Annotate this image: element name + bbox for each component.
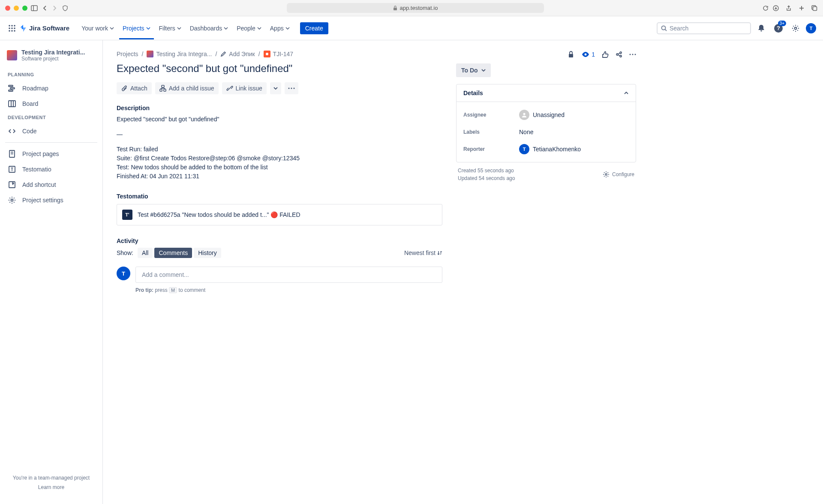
create-button[interactable]: Create (300, 22, 328, 34)
help-icon[interactable]: ? 3+ (772, 21, 785, 35)
chevron-down-icon (257, 27, 261, 30)
breadcrumb-issue[interactable]: TJI-147 (264, 51, 293, 57)
pages-icon (8, 150, 16, 158)
breadcrumb-sep: / (215, 51, 217, 57)
link-button[interactable]: Link issue (222, 82, 267, 94)
svg-rect-22 (9, 85, 13, 87)
like-button[interactable] (602, 51, 609, 58)
share-button[interactable] (616, 51, 622, 58)
description-text[interactable]: Expected "second" but got "undefined" — … (117, 115, 442, 181)
created-text: Created 55 seconds ago (458, 168, 515, 174)
settings-icon[interactable] (789, 21, 802, 35)
sidebar-item-project-settings[interactable]: Project settings (3, 192, 99, 208)
app-switcher-icon[interactable] (7, 23, 17, 33)
more-button[interactable] (629, 54, 636, 55)
chevron-down-icon (481, 69, 486, 72)
breadcrumb-epic[interactable]: Add Эпик (220, 51, 255, 57)
watchers-button[interactable]: 1 (581, 51, 595, 58)
new-tab-icon[interactable] (798, 5, 805, 12)
sidebar: Testing Jira Integrati... Software proje… (0, 40, 103, 504)
svg-point-54 (620, 52, 622, 54)
link-dropdown-button[interactable] (270, 82, 281, 94)
lock-button[interactable] (568, 51, 574, 58)
detail-assignee[interactable]: Assignee Unassigned (457, 105, 636, 124)
add-child-button[interactable]: Add a child issue (155, 82, 219, 94)
nav-projects[interactable]: Projects (119, 17, 154, 39)
svg-point-21 (795, 27, 797, 29)
sidebar-item-add-shortcut[interactable]: Add shortcut (3, 177, 99, 192)
nav-people[interactable]: People (233, 22, 265, 34)
svg-point-53 (616, 54, 618, 55)
sidebar-label: Board (22, 100, 38, 107)
learn-more-link[interactable]: Learn more (9, 484, 94, 490)
breadcrumb-projects[interactable]: Projects (117, 51, 138, 57)
nav-your-work[interactable]: Your work (78, 22, 117, 34)
status-dropdown[interactable]: To Do (456, 63, 491, 77)
sort-button[interactable]: Newest first (404, 249, 442, 256)
forward-icon[interactable] (51, 5, 58, 12)
jira-top-nav: Jira Software Your work Projects Filters… (0, 16, 823, 40)
jira-logo[interactable]: Jira Software (19, 24, 69, 33)
svg-point-12 (11, 27, 13, 29)
breadcrumb-sep: / (258, 51, 260, 57)
chevron-down-icon (224, 27, 228, 30)
maximize-window[interactable] (22, 6, 27, 11)
url-bar[interactable]: app.testomat.io (287, 3, 544, 13)
nav-apps[interactable]: Apps (267, 22, 293, 34)
lock-icon (393, 6, 397, 11)
tab-all[interactable]: All (138, 248, 153, 258)
sidebar-toggle-icon[interactable] (31, 5, 38, 12)
issue-title[interactable]: Expected "second" but got "undefined" (117, 63, 442, 75)
user-avatar[interactable]: T (806, 23, 816, 33)
download-icon[interactable] (772, 5, 779, 12)
shield-icon[interactable] (62, 5, 69, 12)
sidebar-label: Testomatio (22, 166, 51, 173)
pro-tip: Pro tip: press M to comment (135, 287, 442, 293)
nav-filters[interactable]: Filters (156, 22, 185, 34)
sidebar-item-roadmap[interactable]: Roadmap (3, 81, 99, 96)
svg-rect-23 (10, 88, 15, 89)
sidebar-label: Code (22, 128, 36, 135)
project-header[interactable]: Testing Jira Integrati... Software proje… (3, 49, 99, 69)
tab-comments[interactable]: Comments (154, 248, 192, 258)
configure-link[interactable]: Configure (603, 171, 634, 178)
tabs-icon[interactable] (811, 5, 818, 12)
testomatio-heading: Testomatio (117, 193, 442, 200)
sidebar-item-project-pages[interactable]: Project pages (3, 146, 99, 162)
share-icon[interactable] (785, 5, 792, 12)
minimize-window[interactable] (14, 6, 19, 11)
reporter-avatar: T (519, 144, 529, 154)
comment-input[interactable]: Add a comment... (135, 267, 442, 283)
gear-icon (603, 171, 610, 178)
breadcrumb: Projects / Testing Jira Integra... / Add… (117, 51, 442, 57)
close-window[interactable] (5, 6, 10, 11)
svg-point-36 (266, 53, 268, 55)
tab-history[interactable]: History (194, 248, 221, 258)
sidebar-label: Add shortcut (22, 181, 56, 188)
sidebar-item-board[interactable]: Board (3, 96, 99, 111)
svg-rect-7 (813, 6, 817, 10)
search-input[interactable]: Search (657, 22, 751, 34)
notifications-icon[interactable] (754, 21, 768, 35)
svg-rect-39 (164, 89, 166, 91)
nav-dashboards[interactable]: Dashboards (186, 22, 232, 34)
testomatio-card[interactable]: T' Test #b6d6275a "New todos should be a… (117, 204, 442, 225)
search-placeholder: Search (670, 25, 688, 32)
svg-rect-2 (393, 8, 397, 10)
svg-rect-33 (9, 182, 15, 188)
detail-labels[interactable]: Labels None (457, 124, 636, 140)
svg-point-15 (11, 30, 13, 32)
detail-reporter[interactable]: Reporter T TetianaKhomenko (457, 140, 636, 159)
attach-button[interactable]: Attach (117, 82, 152, 94)
back-icon[interactable] (41, 5, 48, 12)
svg-point-10 (14, 25, 15, 27)
breadcrumb-project[interactable]: Testing Jira Integra... (147, 51, 212, 57)
svg-point-60 (635, 54, 636, 55)
sidebar-item-testomatio[interactable]: T Testomatio (3, 162, 99, 177)
details-header[interactable]: Details (457, 84, 636, 102)
refresh-icon[interactable] (762, 5, 769, 12)
svg-text:T: T (11, 167, 13, 172)
more-actions-button[interactable] (285, 82, 298, 94)
share-icon (616, 51, 622, 58)
sidebar-item-code[interactable]: Code (3, 123, 99, 139)
